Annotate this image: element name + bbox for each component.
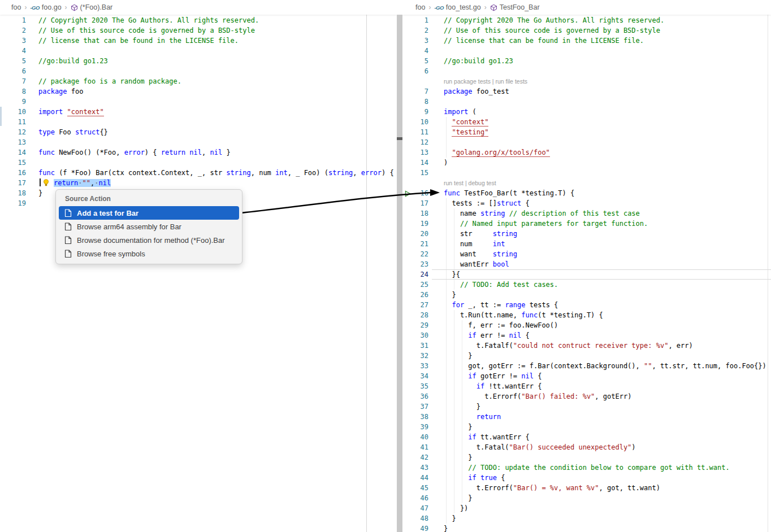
code-line[interactable]: 42 }: [402, 452, 771, 463]
code-line[interactable]: 19 // Named input parameters for target …: [402, 219, 771, 229]
code-line[interactable]: 28 t.Run(tt.name, func(t *testing.T) {: [402, 310, 771, 320]
breadcrumb: foo›-GOfoo_test.go›TestFoo_Bar: [402, 0, 771, 15]
line-number: 49: [421, 525, 428, 532]
line-number: 25: [421, 281, 428, 289]
editor-pane-foo-go[interactable]: foo›-GOfoo.go›(*Foo).Bar 1// Copyright 2…: [0, 0, 397, 532]
code-line[interactable]: 10 "context": [402, 117, 771, 127]
code-line[interactable]: 11: [0, 117, 397, 127]
code-line[interactable]: 26 }: [402, 290, 771, 300]
editor-sash[interactable]: [397, 15, 402, 532]
code-line[interactable]: 24 }{: [402, 269, 771, 280]
code-line[interactable]: 36 t.Errorf("Bar() failed: %v", gotErr): [402, 391, 771, 402]
code-line[interactable]: 41 t.Fatal("Bar() succeeded unexpectedly…: [402, 442, 771, 452]
code-line[interactable]: 6: [402, 66, 771, 76]
line-number: 44: [421, 474, 428, 482]
breadcrumb-item[interactable]: (*Foo).Bar: [71, 3, 113, 11]
code-line[interactable]: 3// license that can be found in the LIC…: [0, 36, 397, 46]
code-line[interactable]: 17return·"",·nil: [0, 178, 397, 188]
code-line[interactable]: 10import "context": [0, 107, 397, 117]
text-cursor: [40, 178, 41, 186]
code-line[interactable]: 33 got, gotErr := f.Bar(context.Backgrou…: [402, 361, 771, 371]
code-line[interactable]: 45 t.Errorf("Bar() = %v, want %v", got, …: [402, 483, 771, 493]
line-number: 11: [421, 128, 428, 136]
menu-item-add-a-test-for-bar[interactable]: Add a test for Bar: [59, 206, 239, 220]
code-line[interactable]: 39 }: [402, 422, 771, 432]
code-line[interactable]: 16func TestFoo_Bar(t *testing.T) {: [402, 188, 771, 198]
code-line[interactable]: 17 tests := []struct {: [402, 198, 771, 208]
code-line[interactable]: 12: [402, 137, 771, 147]
code-line[interactable]: 11 "testing": [402, 127, 771, 137]
code-line[interactable]: 13 "golang.org/x/tools/foo": [402, 147, 771, 158]
code-line[interactable]: 2// Use of this source code is governed …: [402, 25, 771, 36]
code-line[interactable]: 5//go:build go1.23: [402, 56, 771, 66]
editor-pane-foo-test-go[interactable]: foo›-GOfoo_test.go›TestFoo_Bar 1// Copyr…: [402, 0, 771, 532]
lightbulb-icon[interactable]: [42, 179, 50, 186]
breadcrumb-item[interactable]: foo: [415, 3, 425, 11]
line-number: 8: [425, 98, 428, 106]
code-line[interactable]: 27 for _, tt := range tests {: [402, 300, 771, 310]
breadcrumb-item[interactable]: -GOfoo.go: [30, 3, 61, 11]
code-line[interactable]: 20 str string: [402, 229, 771, 239]
code-line[interactable]: 49}: [402, 524, 771, 532]
code-line[interactable]: 16func (f *Foo) Bar(ctx context.Context,…: [0, 168, 397, 178]
code-line[interactable]: 1// Copyright 2020 The Go Authors. All r…: [402, 15, 771, 25]
breadcrumb-item[interactable]: TestFoo_Bar: [490, 3, 540, 11]
go-icon: -GO: [434, 5, 443, 11]
code-line[interactable]: 15: [402, 168, 771, 178]
breadcrumb-item[interactable]: foo: [11, 3, 21, 11]
code-line[interactable]: 9: [0, 97, 397, 107]
code-line[interactable]: 13: [0, 137, 397, 147]
sash-scroll-mark: [397, 137, 402, 140]
code-line[interactable]: 32 }: [402, 351, 771, 361]
code-line[interactable]: 30 if err != nil {: [402, 330, 771, 341]
code-line[interactable]: 37 }: [402, 402, 771, 412]
code-line[interactable]: 44 if true {: [402, 473, 771, 483]
codelens[interactable]: run package tests | run file tests: [402, 76, 771, 86]
code-line[interactable]: 12type Foo struct{}: [0, 127, 397, 137]
code-line[interactable]: 1// Copyright 2020 The Go Authors. All r…: [0, 15, 397, 25]
code-line[interactable]: 47 }): [402, 503, 771, 513]
code-line[interactable]: 7// package foo is a random package.: [0, 76, 397, 86]
code-line[interactable]: 48 }: [402, 513, 771, 524]
code-line[interactable]: 14): [402, 158, 771, 168]
code-line[interactable]: 22 want string: [402, 249, 771, 259]
code-line[interactable]: 31 t.Fatalf("could not contruct receiver…: [402, 341, 771, 351]
code-line[interactable]: 23 wantErr bool: [402, 259, 771, 269]
line-number: 10: [18, 108, 26, 116]
code-line[interactable]: 8package foo: [0, 86, 397, 97]
line-number: 29: [421, 321, 428, 329]
codelens[interactable]: run test | debug test: [402, 178, 771, 188]
code-line[interactable]: 2// Use of this source code is governed …: [0, 25, 397, 36]
line-number: 9: [22, 98, 26, 106]
code-line[interactable]: 35 if !tt.wantErr {: [402, 381, 771, 391]
line-number: 19: [421, 220, 428, 228]
line-number: 15: [421, 169, 428, 177]
code-line[interactable]: 9import (: [402, 107, 771, 117]
menu-item-browse-free-symbols[interactable]: Browse free symbols: [59, 247, 239, 260]
code-line[interactable]: 3// license that can be found in the LIC…: [402, 36, 771, 46]
code-line[interactable]: 46 }: [402, 493, 771, 503]
code-line[interactable]: 21 num int: [402, 239, 771, 249]
line-number: 12: [421, 138, 428, 146]
new-file-icon: [64, 209, 72, 217]
code-line[interactable]: 6: [0, 66, 397, 76]
code-line[interactable]: 40 if tt.wantErr {: [402, 432, 771, 442]
code-line[interactable]: 4: [402, 46, 771, 56]
code-line[interactable]: 5//go:build go1.23: [0, 56, 397, 66]
line-number: 17: [421, 199, 428, 207]
breadcrumb-item[interactable]: -GOfoo_test.go: [434, 3, 480, 11]
code-line[interactable]: 29 f, err := foo.NewFoo(): [402, 320, 771, 330]
code-line[interactable]: 7package foo_test: [402, 86, 771, 97]
code-line[interactable]: 25 // TODO: Add test cases.: [402, 280, 771, 290]
code-line[interactable]: 43 // TODO: update the condition below t…: [402, 463, 771, 473]
code-line[interactable]: 34 if gotErr != nil {: [402, 371, 771, 381]
line-number: 12: [18, 128, 26, 136]
code-line[interactable]: 14func NewFoo() (*Foo, error) { return n…: [0, 147, 397, 158]
menu-item-browse-arm64-assembly-for-bar[interactable]: Browse arm64 assembly for Bar: [59, 220, 239, 233]
code-line[interactable]: 18 name string // description of this te…: [402, 208, 771, 219]
code-line[interactable]: 8: [402, 97, 771, 107]
code-line[interactable]: 4: [0, 46, 397, 56]
code-line[interactable]: 15: [0, 158, 397, 168]
code-line[interactable]: 38 return: [402, 412, 771, 422]
menu-item-browse-documentation-for-method-foo-bar[interactable]: Browse documentation for method (*Foo).B…: [59, 233, 239, 247]
